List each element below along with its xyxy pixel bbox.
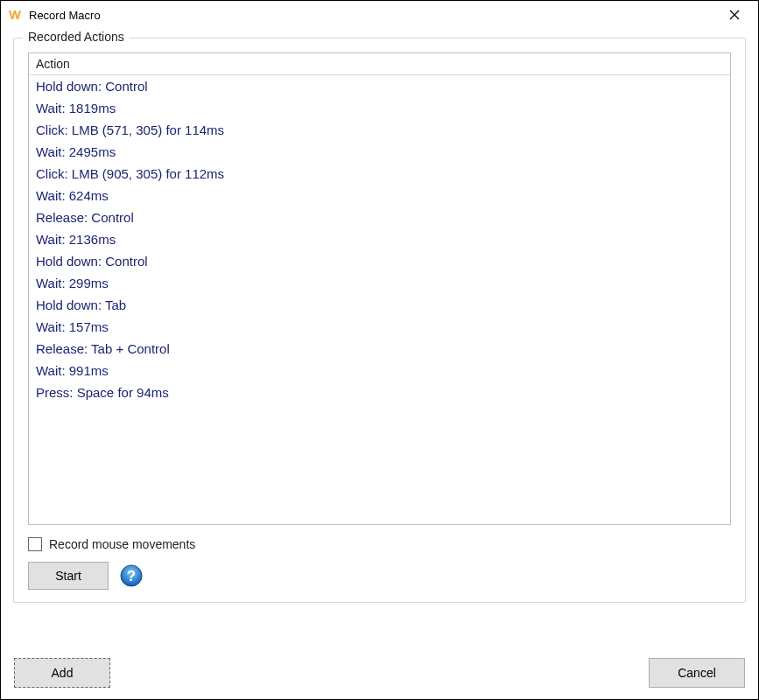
- svg-text:?: ?: [127, 568, 136, 584]
- action-row[interactable]: Hold down: Control: [29, 75, 730, 97]
- actions-column-header[interactable]: Action: [29, 53, 730, 75]
- record-mouse-checkbox[interactable]: [28, 537, 42, 551]
- action-row[interactable]: Release: Tab + Control: [29, 338, 730, 360]
- recorded-actions-group: Recorded Actions Action Hold down: Contr…: [13, 38, 746, 603]
- action-row[interactable]: Click: LMB (571, 305) for 114ms: [29, 119, 730, 141]
- action-row[interactable]: Release: Control: [29, 206, 730, 228]
- action-row[interactable]: Wait: 2136ms: [29, 228, 730, 250]
- action-row[interactable]: Hold down: Tab: [29, 294, 730, 316]
- titlebar: Record Macro: [1, 1, 758, 29]
- window-title: Record Macro: [29, 9, 714, 22]
- action-row[interactable]: Hold down: Control: [29, 250, 730, 272]
- action-row[interactable]: Wait: 157ms: [29, 316, 730, 338]
- dialog-footer: Add Cancel: [0, 646, 759, 700]
- action-row[interactable]: Wait: 299ms: [29, 272, 730, 294]
- group-label: Recorded Actions: [23, 30, 130, 44]
- window-close-button[interactable]: [714, 1, 755, 29]
- action-row[interactable]: Press: Space for 94ms: [29, 382, 730, 403]
- action-row[interactable]: Wait: 991ms: [29, 360, 730, 382]
- action-row[interactable]: Click: LMB (905, 305) for 112ms: [29, 163, 730, 185]
- action-row[interactable]: Wait: 2495ms: [29, 141, 730, 163]
- start-button[interactable]: Start: [28, 562, 109, 590]
- action-row[interactable]: Wait: 624ms: [29, 185, 730, 206]
- app-icon: [8, 8, 22, 22]
- cancel-button[interactable]: Cancel: [649, 658, 745, 688]
- record-mouse-label[interactable]: Record mouse movements: [49, 537, 195, 551]
- actions-list[interactable]: Action Hold down: ControlWait: 1819msCli…: [28, 52, 731, 525]
- action-row[interactable]: Wait: 1819ms: [29, 97, 730, 119]
- help-icon[interactable]: ?: [119, 564, 144, 588]
- add-button[interactable]: Add: [14, 658, 110, 688]
